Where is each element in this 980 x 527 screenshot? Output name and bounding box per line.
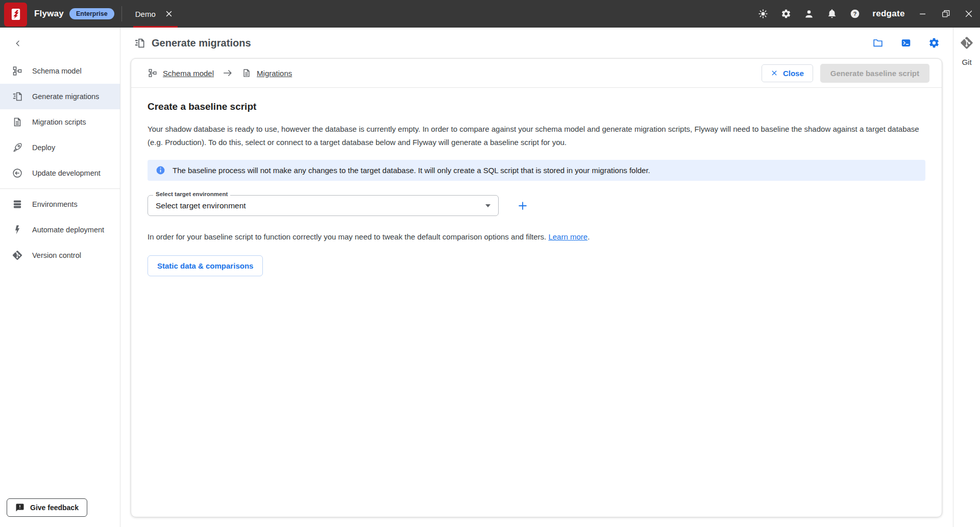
description-text: Your shadow database is ready to use, ho… [148,123,925,149]
close-button[interactable]: Close [762,64,813,82]
notifications-icon[interactable] [820,0,843,28]
sidebar-item-deploy[interactable]: Deploy [0,135,120,160]
sidebar-item-generate-migrations[interactable]: Generate migrations [0,84,120,109]
chevron-left-icon [14,39,22,47]
close-button-label: Close [783,69,804,78]
sidebar-item-label: Version control [32,251,81,259]
edition-badge: Enterprise [69,8,114,19]
tab-close-icon[interactable] [164,9,174,19]
sidebar-item-label: Deploy [32,143,55,152]
titlebar-divider [121,6,122,21]
sidebar-item-label: Migration scripts [32,118,86,126]
add-environment-button[interactable] [515,198,530,213]
generate-migrations-icon [12,91,23,102]
sidebar-item-label: Generate migrations [32,92,99,101]
rocket-icon [12,142,23,153]
breadcrumb-link[interactable]: Migrations [257,69,292,78]
sidebar-item-automate-deployment[interactable]: Automate deployment [0,217,120,243]
sidebar-item-label: Environments [32,200,78,208]
database-icon [12,199,23,210]
sidebar-item-label: Automate deployment [32,226,104,234]
tweak-prefix: In order for your baseline script to fun… [148,232,548,241]
info-icon [156,165,165,175]
give-feedback-label: Give feedback [30,504,79,512]
sidebar-item-update-development[interactable]: Update development [0,160,120,186]
redgate-brand: redgate [866,9,911,19]
generate-migrations-icon [134,37,145,49]
app-body: Schema model Generate migrations Migrati… [0,28,980,527]
target-environment-select-value: Select target environment [156,201,246,210]
flyway-logo [4,3,27,27]
sidebar-item-migration-scripts[interactable]: Migration scripts [0,109,120,135]
right-rail: Git [953,28,980,527]
learn-more-link[interactable]: Learn more [548,232,587,241]
info-banner-text: The baseline process will not make any c… [173,166,650,175]
close-window-icon[interactable] [957,0,980,28]
theme-toggle-icon[interactable] [751,0,774,28]
app-name: Flyway [34,9,64,19]
target-environment-select[interactable]: Select target environment Select target … [148,195,499,216]
help-icon[interactable]: ? [843,0,866,28]
close-icon [771,69,778,77]
git-icon[interactable] [960,36,974,50]
git-icon [12,250,23,261]
wizard-card: Schema model Migrations Close Generate b… [131,58,942,517]
plus-icon [517,200,528,211]
tweak-text: In order for your baseline script to fun… [148,232,925,241]
main-content: Generate migrations Schema [120,28,953,527]
schema-icon [148,68,158,78]
wizard-header: Schema model Migrations Close Generate b… [131,59,942,88]
sidebar-item-version-control[interactable]: Version control [0,243,120,268]
arrow-left-circle-icon [12,167,23,179]
sidebar-item-label: Schema model [32,67,82,75]
static-data-comparisons-button[interactable]: Static data & comparisons [148,255,263,276]
settings-icon[interactable] [928,37,940,49]
sidebar-collapse-button[interactable] [10,36,26,51]
git-rail-label[interactable]: Git [962,58,971,66]
arrow-right-icon [222,67,233,79]
titlebar: Flyway Enterprise Demo ? redgate [0,0,980,28]
breadcrumb-link[interactable]: Schema model [163,69,214,78]
maximize-icon[interactable] [934,0,957,28]
page-title: Generate migrations [152,37,251,49]
active-tab-underline [133,26,178,28]
open-folder-icon[interactable] [872,37,884,49]
breadcrumb-migrations[interactable]: Migrations [241,68,292,78]
sidebar-divider [0,188,120,189]
give-feedback-button[interactable]: Give feedback [7,498,87,517]
terminal-icon[interactable] [900,37,912,49]
settings-icon[interactable] [774,0,797,28]
sidebar-item-environments[interactable]: Environments [0,191,120,217]
generate-baseline-script-button[interactable]: Generate baseline script [820,64,929,83]
breadcrumb-schema-model[interactable]: Schema model [148,68,214,78]
sidebar-item-label: Update development [32,169,101,177]
info-banner: The baseline process will not make any c… [148,160,925,181]
minimize-icon[interactable] [911,0,934,28]
migration-scripts-icon [12,116,23,128]
tweak-suffix: . [587,232,590,241]
wizard-body: Create a baseline script Your shadow dat… [131,88,942,284]
page-header: Generate migrations [120,28,953,58]
schema-icon [12,65,23,77]
target-environment-row: Select target environment Select target … [148,195,925,216]
tab-demo[interactable]: Demo [128,0,180,28]
sidebar: Schema model Generate migrations Migrati… [0,28,120,527]
chevron-down-icon [485,204,491,207]
section-heading: Create a baseline script [148,101,925,112]
account-icon[interactable] [797,0,820,28]
target-environment-select-label: Select target environment [153,191,230,197]
svg-text:?: ? [853,11,856,17]
flyway-logo-icon [9,7,23,21]
document-icon [241,68,252,78]
bolt-icon [12,224,23,235]
titlebar-actions: ? redgate [751,0,980,28]
page-header-actions [872,37,940,49]
feedback-bubble-icon [15,503,24,512]
sidebar-item-schema-model[interactable]: Schema model [0,58,120,84]
tab-label: Demo [135,10,156,18]
